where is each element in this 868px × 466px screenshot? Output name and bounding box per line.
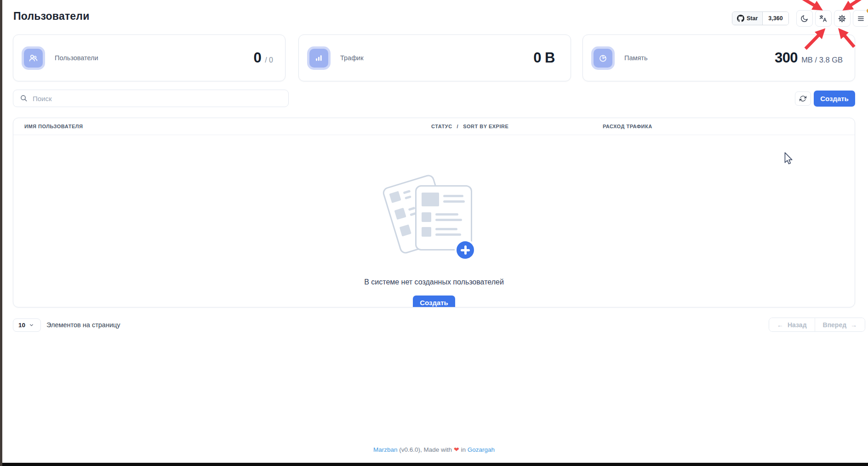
notification-dot [867,9,868,13]
stat-card-memory: Память 300 MB / 3.8 GB [582,34,855,81]
pagination-buttons: ← Назад Вперед → [769,318,865,332]
stat-label: Пользователи [55,54,98,62]
topbar: Star 3,360 [732,10,868,27]
refresh-button[interactable] [795,91,811,106]
page-size-value: 10 [18,322,25,329]
heart-icon: ❤ [454,446,459,453]
column-header-status-expire: СТАТУС / SORT BY EXPIRE [431,124,508,129]
gozargah-link[interactable]: Gozargah [468,446,495,453]
prev-page-label: Назад [788,321,807,329]
moon-icon [800,14,809,23]
chevron-down-icon [29,323,34,328]
column-header-username[interactable]: ИМЯ ПОЛЬЗОВАТЕЛЯ [24,124,83,129]
stat-card-traffic: Трафик 0 B [298,34,571,81]
github-icon [737,15,744,22]
traffic-bars-icon [309,49,328,68]
search-box [13,90,289,107]
footer-version-text: (v0.6.0), Made with [398,446,454,453]
stat-value: 300 MB / 3.8 GB [775,50,843,66]
stat-card-users: Пользователи 0 / 0 [13,34,286,81]
bottom-edge-bar [2,463,868,466]
stat-value: 0 B [533,50,559,66]
footer: Marzban (v0.6.0), Made with ❤ in Gozarga… [0,446,868,453]
stat-label: Память [624,54,648,62]
github-star-widget[interactable]: Star 3,360 [732,11,789,25]
page-title: Пользователи [13,10,90,23]
next-page-button[interactable]: Вперед → [815,318,865,331]
hamburger-icon [857,14,865,23]
github-star-label: Star [747,15,758,22]
footer-in-text: in [459,446,468,453]
create-button[interactable]: Создать [814,91,855,107]
empty-create-button[interactable]: Создать [413,296,455,307]
github-star-count[interactable]: 3,360 [763,12,788,25]
prev-page-button[interactable]: ← Назад [769,318,815,331]
table-header-row: ИМЯ ПОЛЬЗОВАТЕЛЯ СТАТУС / SORT BY EXPIRE… [13,118,855,135]
dark-mode-button[interactable] [796,10,813,27]
memory-pie-icon [594,49,612,68]
column-header-separator: / [457,124,459,129]
stat-value: 0 / 0 [253,50,273,66]
stat-label: Трафик [340,54,364,62]
marzban-link[interactable]: Marzban [373,446,398,453]
menu-button[interactable] [853,10,868,27]
refresh-icon [799,95,806,102]
search-input[interactable] [28,95,288,102]
left-edge-bar [0,0,2,466]
column-header-sort-by-expire[interactable]: SORT BY EXPIRE [463,124,508,129]
settings-button[interactable] [834,10,851,27]
topbar-buttons [796,10,868,27]
next-page-label: Вперед [823,321,847,329]
translate-icon [819,14,828,23]
marzban-users-page: Пользователи Star 3,360 [0,0,868,466]
per-page-label: Элементов на страницу [46,321,120,329]
users-icon [24,49,43,68]
arrow-right-icon: → [851,321,857,329]
empty-state: В системе нет созданных пользователей Со… [13,135,855,307]
empty-documents-illustration [386,173,482,265]
gear-icon [838,14,846,23]
search-icon [20,94,28,102]
language-button[interactable] [815,10,832,27]
arrow-left-icon: ← [777,321,783,329]
users-table: ИМЯ ПОЛЬЗОВАТЕЛЯ СТАТУС / SORT BY EXPIRE… [13,118,855,307]
github-star-button[interactable]: Star [732,12,763,25]
add-plus-icon [455,239,476,261]
column-header-status[interactable]: СТАТУС [431,124,452,129]
empty-message: В системе нет созданных пользователей [364,278,504,286]
column-header-traffic[interactable]: РАСХОД ТРАФИКА [603,124,652,129]
page-size-select[interactable]: 10 [13,318,41,332]
